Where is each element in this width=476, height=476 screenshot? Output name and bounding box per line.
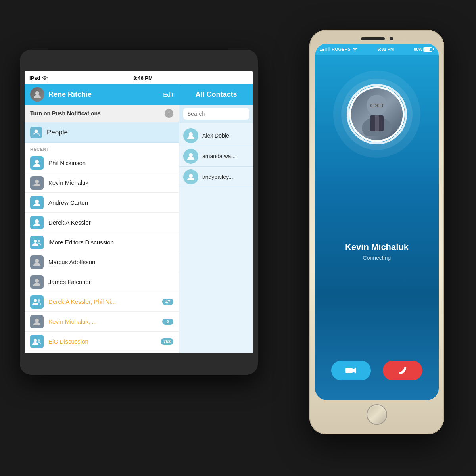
svg-point-20 (189, 174, 193, 178)
svg-point-0 (44, 79, 46, 80)
ipad-time: 3:46 PM (133, 75, 153, 81)
iphone-battery: 80% (414, 47, 434, 52)
iphone-screen: ROGERS 6:32 PM 80% (315, 44, 439, 400)
person-photo-icon (33, 179, 41, 187)
right-contact-item[interactable]: andybailey... (179, 167, 253, 187)
home-button[interactable] (367, 404, 387, 425)
right-contact-name: andybailey... (202, 174, 233, 180)
svg-point-10 (35, 279, 39, 283)
contact-avatar (30, 176, 44, 190)
iphone-device: ROGERS 6:32 PM 80% (309, 30, 444, 434)
info-icon[interactable]: i (165, 109, 173, 118)
svg-point-13 (35, 319, 39, 322)
people-label: People (47, 129, 68, 136)
contact-name: Kevin Michaluk, ... (48, 318, 162, 325)
svg-point-8 (38, 240, 40, 242)
contact-item[interactable]: Andrew Carton (25, 193, 179, 213)
push-notification-label: Turn on Push Notifications (30, 110, 165, 117)
video-call-button[interactable] (331, 361, 371, 380)
right-contact-name: Alex Dobie (202, 132, 229, 139)
avatar-icon (30, 87, 44, 102)
contact-item[interactable]: Derek A Kessler (25, 213, 179, 232)
contact-name: Marcus Adolfsson (48, 259, 173, 265)
contact-item[interactable]: iMore Editors Discussion (25, 232, 179, 252)
recent-label: RECENT (25, 143, 179, 153)
call-screen: Kevin Michaluk Connecting (315, 55, 439, 400)
ipad-device: iPad 3:46 PM (20, 50, 258, 375)
contact-avatar (30, 156, 44, 170)
right-contact-avatar (183, 169, 198, 184)
contact-list: Phil Nickinson Kevin Michaluk Andrew Car… (25, 153, 179, 353)
contact-name: EiC Discussion (48, 338, 161, 345)
sidebar-header: Rene Ritchie Edit (25, 84, 179, 105)
person-icon (33, 219, 41, 226)
contact-item[interactable]: Tech Team Alerts626 (25, 351, 179, 353)
iphone-ear-speaker (361, 37, 385, 40)
video-icon (345, 367, 357, 374)
contact-item[interactable]: EiC Discussion753 (25, 332, 179, 351)
call-status: Connecting (345, 255, 409, 261)
contact-item[interactable]: Kevin Michaluk, ...2 (25, 312, 179, 332)
ipad-status-left: iPad (29, 75, 48, 81)
iphone-wifi-icon (352, 47, 358, 52)
push-notification-row[interactable]: Turn on Push Notifications i (25, 105, 179, 122)
right-person-icon (186, 173, 195, 181)
contact-badge: 753 (161, 338, 173, 345)
contact-avatar (30, 236, 44, 249)
contact-name: Derek A Kessler, Phil Ni... (48, 298, 162, 305)
skype-ring (347, 84, 407, 144)
contact-name: Derek A Kessler (48, 219, 173, 226)
contact-avatar (30, 216, 44, 229)
ipad-wifi-icon (42, 75, 48, 81)
svg-point-12 (38, 299, 40, 302)
iphone-home-area (315, 400, 439, 427)
svg-point-19 (189, 153, 193, 157)
person-photo-icon (33, 278, 41, 286)
people-row[interactable]: People (25, 122, 179, 143)
svg-point-14 (34, 339, 37, 342)
contact-name: Andrew Carton (48, 199, 173, 206)
right-contact-avatar (183, 149, 198, 164)
svg-point-15 (38, 339, 40, 342)
caller-name: Kevin Michaluk (345, 242, 409, 252)
contact-item[interactable]: Derek A Kessler, Phil Ni...47 (25, 292, 179, 312)
group-icon (32, 298, 42, 306)
contact-avatar (30, 255, 44, 269)
right-contact-item[interactable]: amanda wa... (179, 146, 253, 167)
contact-avatar (30, 335, 44, 348)
svg-point-5 (35, 200, 39, 203)
person-photo-icon (33, 318, 41, 326)
search-bar (179, 105, 253, 123)
contact-item[interactable]: Marcus Adolfsson (25, 252, 179, 272)
call-avatar-area (349, 86, 405, 142)
svg-point-4 (35, 180, 39, 184)
edit-button[interactable]: Edit (163, 91, 173, 98)
contact-name: Phil Nickinson (48, 159, 173, 166)
group-icon (32, 238, 42, 246)
search-input[interactable] (183, 108, 249, 120)
right-contact-name: amanda wa... (202, 153, 236, 159)
svg-point-11 (34, 299, 37, 302)
svg-point-3 (35, 160, 39, 164)
ipad-device-label: iPad (29, 75, 40, 81)
iphone-status-bar: ROGERS 6:32 PM 80% (315, 44, 439, 55)
end-call-button[interactable] (383, 361, 422, 380)
contact-name: James Falconer (48, 278, 173, 285)
signal-icon (320, 47, 330, 51)
svg-point-1 (35, 91, 39, 95)
right-panel-header: All Contacts (179, 84, 253, 105)
contact-badge: 47 (162, 299, 173, 305)
iphone-carrier: ROGERS (320, 47, 358, 52)
person-photo-icon (33, 258, 41, 266)
contact-name: iMore Editors Discussion (48, 239, 173, 246)
contact-item[interactable]: James Falconer (25, 272, 179, 292)
right-contact-avatar (183, 128, 198, 143)
end-call-icon (397, 367, 408, 374)
right-person-icon (186, 131, 195, 140)
ipad-battery (238, 76, 248, 80)
contact-item[interactable]: Kevin Michaluk (25, 173, 179, 193)
contact-name: Kevin Michaluk (48, 179, 173, 186)
contact-avatar (30, 295, 44, 309)
right-contact-item[interactable]: Alex Dobie (179, 125, 253, 146)
contact-item[interactable]: Phil Nickinson (25, 153, 179, 173)
